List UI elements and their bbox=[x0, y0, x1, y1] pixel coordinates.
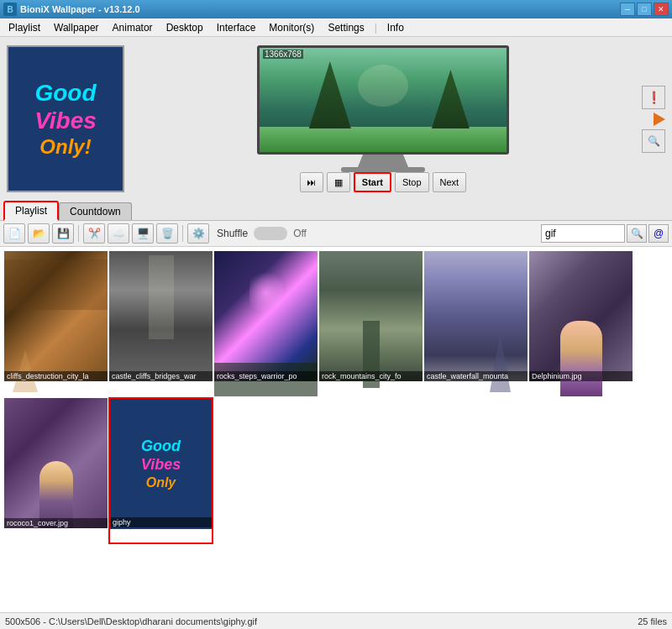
image-grid: cliffs_destruction_city_la castle_cliffs… bbox=[0, 247, 672, 612]
menu-playlist[interactable]: Playlist bbox=[2, 18, 47, 36]
delete-button[interactable]: 🗑️ bbox=[156, 223, 178, 244]
thumb-button[interactable]: ▦ bbox=[327, 172, 350, 192]
menu-info[interactable]: Info bbox=[381, 18, 411, 36]
thumb-figure bbox=[560, 321, 602, 396]
thumb-vibes: Vibes bbox=[141, 456, 181, 474]
search-box: 🔍 @ bbox=[541, 224, 669, 243]
search-input[interactable] bbox=[541, 224, 625, 243]
good-text: Good bbox=[34, 79, 97, 107]
image-label-7: giphy bbox=[110, 517, 212, 527]
image-label-3: rock_mountains_city_fo bbox=[319, 371, 423, 381]
image-item-3[interactable]: rock_mountains_city_fo bbox=[318, 250, 423, 397]
image-label-0: cliffs_destruction_city_la bbox=[4, 371, 108, 381]
play-button[interactable] bbox=[654, 113, 665, 126]
minimize-button[interactable]: ─ bbox=[620, 3, 635, 16]
thumb-detail bbox=[490, 333, 511, 392]
menu-settings[interactable]: Settings bbox=[321, 18, 370, 36]
preview-right: ❗ 🔍 bbox=[642, 86, 665, 153]
image-item-1[interactable]: castle_cliffs_bridges_war bbox=[108, 250, 213, 397]
image-label-2: rocks_steps_warrior_po bbox=[214, 371, 318, 381]
thumb-good: Good bbox=[141, 438, 181, 456]
settings-icon-button[interactable]: 🔍 bbox=[642, 129, 665, 153]
image-item-5[interactable]: Delphinium.jpg bbox=[528, 250, 633, 397]
next-button[interactable]: Next bbox=[433, 172, 467, 192]
toolbar: 📄 📂 💾 ✂️ ☁️ 🖥️ 🗑️ ⚙️ Shuffle Off 🔍 @ bbox=[0, 221, 672, 247]
start-button[interactable]: Start bbox=[354, 172, 391, 192]
menu-monitors[interactable]: Monitor(s) bbox=[262, 18, 321, 36]
app-title: BioniX Wallpaper - v13.12.0 bbox=[20, 4, 140, 14]
toolbar-separator-2 bbox=[182, 225, 183, 242]
cloud-button[interactable]: ☁️ bbox=[108, 223, 129, 244]
toolbar-separator-1 bbox=[78, 225, 79, 242]
shuffle-label: Shuffle bbox=[217, 228, 248, 239]
remove-button[interactable]: ✂️ bbox=[83, 223, 105, 244]
tab-playlist[interactable]: Playlist bbox=[3, 201, 59, 221]
image-item-2[interactable]: rocks_steps_warrior_po bbox=[213, 250, 318, 397]
image-item-7[interactable]: Good Vibes Only giphy bbox=[108, 397, 213, 544]
monitor-resolution: 1366x768 bbox=[263, 50, 303, 59]
thumbnail-7: Good Vibes Only bbox=[110, 399, 212, 529]
titlebar: B BioniX Wallpaper - v13.12.0 ─ □ ✕ bbox=[0, 0, 672, 18]
scene-ground bbox=[260, 127, 507, 152]
menubar: Playlist Wallpaper Animator Desktop Inte… bbox=[0, 18, 672, 37]
settings-button[interactable]: ⚙️ bbox=[187, 223, 209, 244]
window-controls: ─ □ ✕ bbox=[620, 3, 669, 16]
thumb-detail bbox=[4, 259, 108, 310]
thumbnail-5 bbox=[529, 251, 633, 381]
maximize-button[interactable]: □ bbox=[637, 3, 652, 16]
image-item-6[interactable]: rococo1_cover.jpg bbox=[3, 397, 108, 544]
thumbnail-0 bbox=[4, 251, 108, 381]
image-item-4[interactable]: castle_waterfall_mounta bbox=[423, 250, 528, 397]
alert-button[interactable]: ❗ bbox=[642, 86, 665, 109]
menu-interface[interactable]: Interface bbox=[210, 18, 263, 36]
close-button[interactable]: ✕ bbox=[654, 3, 669, 16]
status-count: 25 files bbox=[638, 616, 667, 626]
preview-section: Good Vibes Only! 1366x768 bbox=[0, 37, 672, 201]
image-label-6: rococo1_cover.jpg bbox=[4, 518, 108, 528]
thumbnail-1 bbox=[109, 251, 213, 381]
vibes-text: Vibes bbox=[34, 107, 97, 135]
status-path: 500x506 - C:\Users\Dell\Desktop\dharani … bbox=[5, 616, 257, 626]
main-content: Good Vibes Only! 1366x768 bbox=[0, 37, 672, 629]
stop-button[interactable]: Stop bbox=[395, 172, 429, 192]
monitor-screen: 1366x768 bbox=[257, 45, 509, 155]
save-button[interactable]: 💾 bbox=[52, 223, 74, 244]
current-wallpaper-preview: Good Vibes Only! bbox=[7, 45, 124, 192]
titlebar-left: B BioniX Wallpaper - v13.12.0 bbox=[3, 3, 140, 16]
thumbnail-4 bbox=[424, 251, 528, 381]
monitor-base bbox=[341, 167, 425, 172]
monitor-image: 1366x768 bbox=[260, 48, 507, 152]
thumb-gv-content: Good Vibes Only bbox=[110, 399, 212, 529]
shuffle-state: Off bbox=[293, 228, 307, 239]
thumb-gv-text: Good Vibes Only bbox=[141, 438, 181, 490]
playback-controls: ⏭ ▦ Start Stop Next bbox=[300, 172, 466, 192]
thumbnail-6 bbox=[4, 398, 108, 528]
menu-animator[interactable]: Animator bbox=[106, 18, 160, 36]
search-button[interactable]: 🔍 bbox=[627, 224, 647, 243]
thumbnail-2 bbox=[214, 251, 318, 381]
scene-tree-right bbox=[432, 70, 470, 128]
monitor-stand bbox=[358, 155, 408, 167]
new-button[interactable]: 📄 bbox=[3, 223, 25, 244]
scene-highlight bbox=[358, 65, 408, 107]
open-button[interactable]: 📂 bbox=[28, 223, 50, 244]
only-text: Only! bbox=[34, 135, 97, 160]
image-item-0[interactable]: cliffs_destruction_city_la bbox=[3, 250, 108, 397]
thumbnail-3 bbox=[319, 251, 423, 381]
shuffle-toggle[interactable] bbox=[254, 227, 287, 240]
prev-button[interactable]: ⏭ bbox=[300, 172, 323, 192]
statusbar: 500x506 - C:\Users\Dell\Desktop\dharani … bbox=[0, 612, 672, 629]
image-label-1: castle_cliffs_bridges_war bbox=[109, 371, 213, 381]
menu-wallpaper[interactable]: Wallpaper bbox=[47, 18, 106, 36]
monitor-preview: 1366x768 bbox=[253, 45, 513, 167]
menu-desktop[interactable]: Desktop bbox=[160, 18, 210, 36]
tab-countdown[interactable]: Countdown bbox=[59, 202, 132, 220]
image-label-5: Delphinium.jpg bbox=[529, 371, 633, 381]
scene-tree-left bbox=[309, 61, 351, 128]
thumb-only: Only bbox=[141, 474, 181, 490]
at-button[interactable]: @ bbox=[648, 224, 669, 243]
thumb-glow bbox=[249, 268, 283, 318]
screen-button[interactable]: 🖥️ bbox=[132, 223, 154, 244]
monitor-container: 1366x768 ⏭ ▦ Start Stop Next bbox=[133, 45, 633, 192]
app-icon: B bbox=[3, 3, 17, 16]
